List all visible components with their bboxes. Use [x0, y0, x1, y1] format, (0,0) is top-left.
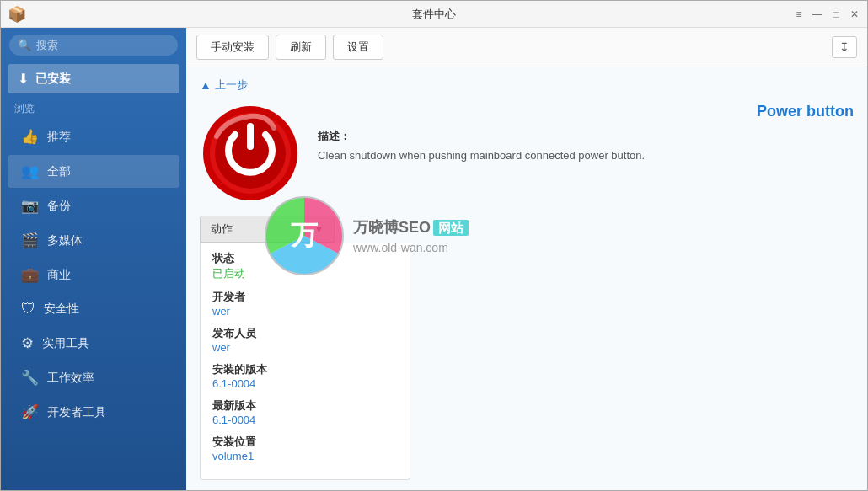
sidebar-item-media-label: 多媒体 — [47, 233, 83, 248]
devtools-icon: 🚀 — [21, 403, 39, 421]
sidebar-item-backup[interactable]: 📷 备份 — [8, 189, 179, 222]
download-icon: ⬇ — [18, 71, 29, 87]
main-layout: 🔍 ⬇ 已安装 浏览 👍 推荐 👥 全部 📷 备份 🎬 多媒体 💼 — [1, 28, 867, 491]
sidebar-item-devtools-label: 开发者工具 — [47, 405, 106, 420]
sidebar-item-tools[interactable]: ⚙ 实用工具 — [8, 327, 179, 360]
all-icon: 👥 — [21, 163, 39, 180]
search-input[interactable] — [36, 39, 169, 51]
sidebar-item-security-label: 安全性 — [44, 302, 79, 317]
status-value: 已启动 — [212, 266, 398, 281]
app-icon: 📦 — [8, 5, 26, 24]
sidebar-item-security[interactable]: 🛡 安全性 — [8, 293, 179, 325]
sort-button[interactable]: ↧ — [832, 36, 857, 58]
efficiency-icon: 🔧 — [21, 369, 39, 387]
window-controls: ≡ — □ ✕ — [793, 8, 860, 20]
actions-arrow-icon: ▼ — [314, 224, 324, 234]
install-location-label: 安装位置 — [212, 435, 398, 450]
titlebar-left: 📦 — [8, 5, 26, 24]
window-title: 套件中心 — [412, 7, 456, 22]
description-label: 描述： — [318, 129, 854, 144]
developer-value: wer — [212, 305, 398, 318]
sidebar-item-backup-label: 备份 — [47, 199, 71, 214]
actions-label: 动作 — [211, 221, 233, 237]
latest-version-row: 最新版本 6.1-0004 — [212, 398, 398, 426]
toolbar-left: 手动安装 刷新 设置 — [196, 35, 383, 60]
status-label: 状态 — [212, 251, 398, 266]
content-area: 手动安装 刷新 设置 ↧ ▲ 上一步 — [186, 28, 867, 491]
titlebar-menu-btn[interactable]: ≡ — [793, 8, 805, 20]
media-icon: 🎬 — [21, 232, 39, 249]
developer-row: 开发者 wer — [212, 290, 398, 318]
thumbsup-icon: 👍 — [21, 128, 39, 146]
tools-icon: ⚙ — [21, 334, 34, 352]
publisher-value: wer — [212, 341, 398, 354]
refresh-button[interactable]: 刷新 — [276, 35, 326, 60]
manual-install-button[interactable]: 手动安装 — [196, 35, 269, 60]
publisher-label: 发布人员 — [212, 326, 398, 341]
info-panel: 状态 已启动 开发者 wer 发布人员 wer 安装的版本 6.1-0004 — [200, 243, 410, 480]
sidebar: 🔍 ⬇ 已安装 浏览 👍 推荐 👥 全部 📷 备份 🎬 多媒体 💼 — [1, 28, 186, 491]
installed-label: 已安装 — [35, 72, 71, 87]
settings-button[interactable]: 设置 — [333, 35, 383, 60]
sidebar-item-efficiency-label: 工作效率 — [47, 371, 94, 386]
security-icon: 🛡 — [21, 301, 35, 318]
status-row: 状态 已启动 — [212, 251, 398, 281]
actions-section: 动作 ▼ 状态 已启动 开发者 wer 发布人员 wer — [200, 216, 854, 480]
installed-version-value: 6.1-0004 — [212, 377, 398, 390]
maximize-button[interactable]: □ — [830, 8, 842, 20]
back-arrow-icon: ▲ — [200, 78, 212, 92]
business-icon: 💼 — [21, 266, 39, 284]
back-label: 上一步 — [215, 77, 248, 93]
back-button[interactable]: ▲ 上一步 — [200, 77, 854, 93]
close-button[interactable]: ✕ — [849, 8, 860, 20]
backup-icon: 📷 — [21, 197, 39, 215]
install-location-row: 安装位置 volume1 — [212, 435, 398, 462]
detail-area: ▲ 上一步 — [186, 67, 867, 491]
search-icon: 🔍 — [18, 39, 31, 51]
toolbar: 手动安装 刷新 设置 ↧ — [186, 28, 867, 67]
package-title: Power button — [318, 103, 854, 120]
browse-section-label: 浏览 — [1, 95, 186, 120]
publisher-row: 发布人员 wer — [212, 326, 398, 354]
installed-version-label: 安装的版本 — [212, 362, 398, 377]
actions-dropdown[interactable]: 动作 ▼ — [200, 216, 335, 243]
titlebar: 📦 套件中心 ≡ — □ ✕ — [1, 1, 867, 28]
package-meta: Power button 描述： Clean shutdown when pus… — [318, 103, 854, 207]
developer-label: 开发者 — [212, 290, 398, 305]
sidebar-item-media[interactable]: 🎬 多媒体 — [8, 224, 179, 257]
minimize-button[interactable]: — — [812, 8, 823, 20]
sidebar-item-business-label: 商业 — [47, 268, 71, 283]
sidebar-item-installed[interactable]: ⬇ 已安装 — [8, 64, 179, 93]
package-icon — [200, 103, 301, 207]
sidebar-item-efficiency[interactable]: 🔧 工作效率 — [8, 361, 179, 394]
installed-version-row: 安装的版本 6.1-0004 — [212, 362, 398, 390]
install-location-value: volume1 — [212, 450, 398, 462]
sidebar-item-all-label: 全部 — [47, 164, 71, 179]
sidebar-item-recommend-label: 推荐 — [47, 130, 71, 145]
search-box[interactable]: 🔍 — [9, 35, 178, 56]
sidebar-item-all[interactable]: 👥 全部 — [8, 155, 179, 188]
sidebar-item-tools-label: 实用工具 — [42, 336, 89, 351]
description-text: Clean shutdown when pushing mainboard co… — [318, 147, 854, 164]
latest-version-value: 6.1-0004 — [212, 414, 398, 426]
package-header: Power button 描述： Clean shutdown when pus… — [200, 103, 854, 207]
sidebar-item-business[interactable]: 💼 商业 — [8, 259, 179, 291]
latest-version-label: 最新版本 — [212, 398, 398, 414]
sidebar-item-devtools[interactable]: 🚀 开发者工具 — [8, 396, 179, 429]
sidebar-item-recommend[interactable]: 👍 推荐 — [8, 120, 179, 153]
